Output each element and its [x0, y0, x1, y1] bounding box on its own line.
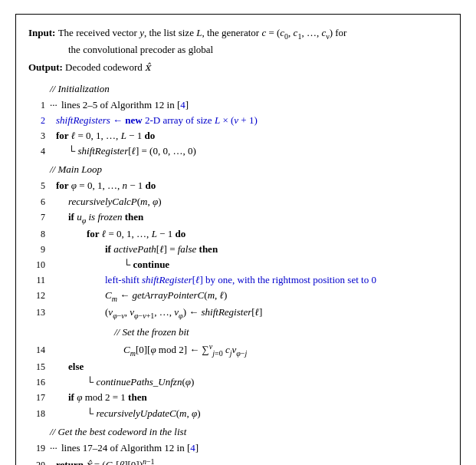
- line-num-14: 14: [28, 343, 45, 358]
- line-num-9: 9: [28, 242, 45, 257]
- line-content-8: for ℓ = 0, 1, …, L − 1 do: [87, 226, 448, 242]
- line-content-7: if uφ is frozen then: [68, 209, 448, 226]
- comment-text: // Initialization: [50, 81, 110, 97]
- comment-setfrozen-text: // Set the frozen bit: [114, 325, 189, 340]
- input-label: Input:: [28, 25, 58, 42]
- line-8: 8 for ℓ = 0, 1, …, L − 1 do: [28, 226, 448, 242]
- line-content-13: (vφ−ν, vφ−ν+1, …, vφ) ← shiftRegister[ℓ]: [105, 305, 448, 322]
- line-content-16: └ continuePaths_Unfzn(φ): [87, 374, 448, 390]
- line-num-4: 4: [28, 144, 45, 159]
- line-dots-19: ···: [50, 440, 60, 456]
- line-20: 20 return x̂ = (C0[β][0])n−1β=0: [28, 456, 448, 465]
- line-6: 6 recursivelyCalcP(m, φ): [28, 194, 448, 209]
- input-line2: the convolutional precoder as global: [68, 42, 448, 58]
- line-num-15: 15: [28, 360, 45, 374]
- line-content-12: Cm ← getArrayPointerC(m, ℓ): [105, 288, 448, 305]
- output-label: Output:: [28, 60, 65, 75]
- line-content-17: if φ mod 2 = 1 then: [68, 390, 448, 405]
- header-section: Input: The received vector y, the list s…: [28, 25, 448, 75]
- line-17: 17 if φ mod 2 = 1 then: [28, 390, 448, 405]
- line-num-13: 13: [28, 305, 45, 320]
- line-content-2: shiftRegisters ← new 2-D array of size L…: [56, 113, 448, 128]
- line-dots-1: ···: [50, 97, 60, 113]
- line-num-7: 7: [28, 210, 45, 225]
- comment-setfrozen: // Set the frozen bit: [114, 325, 448, 340]
- line-content-15: else: [68, 359, 448, 374]
- line-content-14: Cm[0][φ mod 2] ← ∑νj=0 cjvφ−j: [123, 341, 448, 359]
- line-num-12: 12: [28, 289, 45, 303]
- line-num-16: 16: [28, 375, 45, 390]
- line-num-2: 2: [28, 114, 45, 128]
- comment-getbest-text: // Get the best codeword in the list: [50, 424, 186, 440]
- line-num-19: 19: [28, 441, 45, 456]
- line-18: 18 └ recursivelyUpdateC(m, φ): [28, 406, 448, 421]
- line-2: 2 shiftRegisters ← new 2-D array of size…: [28, 113, 448, 128]
- line-content-6: recursivelyCalcP(m, φ): [68, 194, 448, 209]
- line-content-5: for φ = 0, 1, …, n − 1 do: [56, 178, 448, 193]
- line-16: 16 └ continuePaths_Unfzn(φ): [28, 374, 448, 390]
- line-num-6: 6: [28, 195, 45, 209]
- line-num-18: 18: [28, 407, 45, 421]
- code-block: // Initialization 1 ··· lines 2–5 of Alg…: [28, 81, 448, 465]
- comment-getbest: // Get the best codeword in the list: [50, 424, 448, 440]
- comment-initialization: // Initialization: [50, 81, 448, 97]
- line-content-1: lines 2–5 of Algorithm 12 in [4]: [61, 97, 448, 113]
- line-content-19: lines 17–24 of Algorithm 12 in [4]: [61, 440, 448, 456]
- algorithm-box: Input: The received vector y, the list s…: [15, 14, 461, 465]
- line-13: 13 (vφ−ν, vφ−ν+1, …, vφ) ← shiftRegister…: [28, 305, 448, 322]
- output-text: Decoded codeword x̂: [65, 60, 150, 75]
- line-content-4: └ shiftRegister[ℓ] = (0, 0, …, 0): [68, 143, 448, 159]
- line-15: 15 else: [28, 359, 448, 374]
- line-num-8: 8: [28, 227, 45, 242]
- comment-mainloop: // Main Loop: [50, 162, 448, 177]
- line-content-11: left-shift shiftRegister[ℓ] by one, with…: [105, 272, 448, 288]
- line-num-5: 5: [28, 179, 45, 193]
- line-num-3: 3: [28, 129, 45, 143]
- line-1: 1 ··· lines 2–5 of Algorithm 12 in [4]: [28, 97, 448, 113]
- line-content-20: return x̂ = (C0[β][0])n−1β=0: [56, 456, 448, 465]
- comment-mainloop-text: // Main Loop: [50, 162, 102, 177]
- line-content-3: for ℓ = 0, 1, …, L − 1 do: [56, 128, 448, 143]
- line-19: 19 ··· lines 17–24 of Algorithm 12 in [4…: [28, 440, 448, 456]
- line-num-17: 17: [28, 391, 45, 405]
- line-num-20: 20: [28, 458, 45, 465]
- line-content-9: if activePath[ℓ] = false then: [105, 242, 448, 257]
- line-4: 4 └ shiftRegister[ℓ] = (0, 0, …, 0): [28, 143, 448, 159]
- line-num-10: 10: [28, 258, 45, 272]
- input-line: Input: The received vector y, the list s…: [28, 25, 448, 42]
- line-12: 12 Cm ← getArrayPointerC(m, ℓ): [28, 288, 448, 305]
- line-5: 5 for φ = 0, 1, …, n − 1 do: [28, 178, 448, 193]
- line-9: 9 if activePath[ℓ] = false then: [28, 242, 448, 257]
- line-num-11: 11: [28, 273, 45, 288]
- line-content-10: └ continue: [123, 257, 448, 272]
- line-7: 7 if uφ is frozen then: [28, 209, 448, 226]
- output-line: Output: Decoded codeword x̂: [28, 60, 448, 75]
- line-11: 11 left-shift shiftRegister[ℓ] by one, w…: [28, 272, 448, 288]
- line-14: 14 Cm[0][φ mod 2] ← ∑νj=0 cjvφ−j: [28, 341, 448, 359]
- line-num-1: 1: [28, 98, 45, 113]
- input-text: The received vector y, the list size L, …: [58, 25, 347, 42]
- line-10: 10 └ continue: [28, 257, 448, 272]
- line-3: 3 for ℓ = 0, 1, …, L − 1 do: [28, 128, 448, 143]
- line-content-18: └ recursivelyUpdateC(m, φ): [87, 406, 448, 421]
